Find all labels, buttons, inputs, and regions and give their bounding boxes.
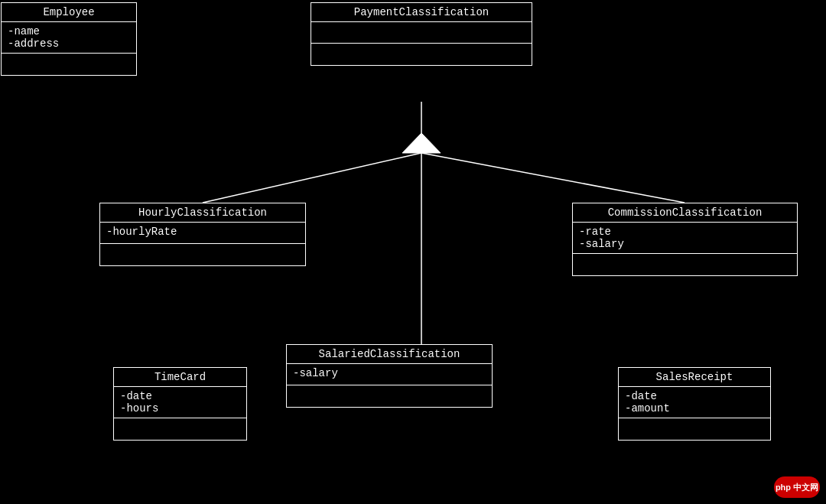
box-line-employee-0: -address [8,37,130,50]
box-section-employee-1 [2,54,136,75]
watermark: php 中文网 [774,476,820,498]
box-title-timeCard: TimeCard [114,368,246,387]
box-employee: Employee-name-address [1,2,137,76]
box-section-commissionClassification-0: -rate-salary [573,223,797,254]
box-section-salariedClassification-0: -salary [287,364,492,385]
box-salesReceipt: SalesReceipt-date-amount [618,367,771,441]
box-line-salesReceipt-0: -amount [625,402,764,415]
box-title-salesReceipt: SalesReceipt [619,368,770,387]
box-title-paymentClassification: PaymentClassification [311,3,532,22]
box-section-paymentClassification-0 [311,22,532,44]
box-section-timeCard-1 [114,418,246,440]
box-section-salesReceipt-0: -date-amount [619,387,770,418]
box-section-timeCard-0: -date-hours [114,387,246,418]
box-line-salariedClassification-0: -salary [293,367,486,379]
box-commissionClassification: CommissionClassification-rate-salary [572,203,798,276]
svg-marker-4 [402,133,441,153]
svg-line-2 [421,153,685,203]
box-section-employee-0: -name-address [2,22,136,54]
box-line-timeCard-0: -date [120,390,240,402]
box-line-commissionClassification-0: -salary [579,238,791,250]
box-title-employee: Employee [2,3,136,22]
box-timeCard: TimeCard-date-hours [113,367,247,441]
box-section-salariedClassification-1 [287,385,492,407]
box-title-salariedClassification: SalariedClassification [287,345,492,364]
box-line-hourlyClassification-0: -hourlyRate [106,226,299,238]
box-line-timeCard-0: -hours [120,402,240,415]
box-salariedClassification: SalariedClassification-salary [286,344,493,408]
box-line-employee-0: -name [8,25,130,37]
box-section-salesReceipt-1 [619,418,770,440]
box-section-commissionClassification-1 [573,254,797,275]
box-hourlyClassification: HourlyClassification-hourlyRate [99,203,306,266]
watermark-label: php 中文网 [776,482,818,493]
box-line-salesReceipt-0: -date [625,390,764,402]
box-line-commissionClassification-0: -rate [579,226,791,238]
box-section-hourlyClassification-0: -hourlyRate [100,223,305,244]
box-title-commissionClassification: CommissionClassification [573,203,797,223]
box-section-hourlyClassification-1 [100,244,305,265]
box-title-hourlyClassification: HourlyClassification [100,203,305,223]
svg-line-0 [203,153,421,203]
box-section-paymentClassification-1 [311,44,532,65]
box-paymentClassification: PaymentClassification [311,2,532,66]
